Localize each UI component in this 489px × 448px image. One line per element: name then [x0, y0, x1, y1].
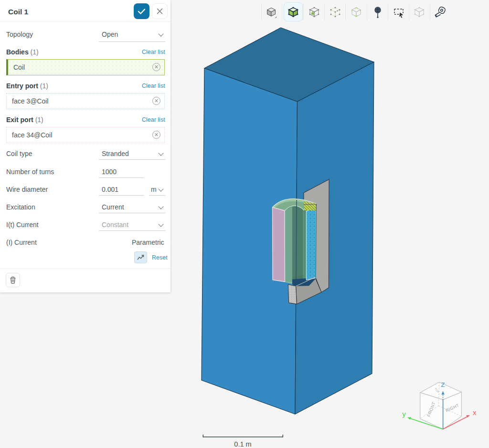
svg-text:x: x	[473, 408, 477, 417]
svg-text:y: y	[402, 410, 406, 418]
svg-text:0.1 m: 0.1 m	[234, 440, 251, 448]
svg-text:Z: Z	[441, 381, 445, 388]
